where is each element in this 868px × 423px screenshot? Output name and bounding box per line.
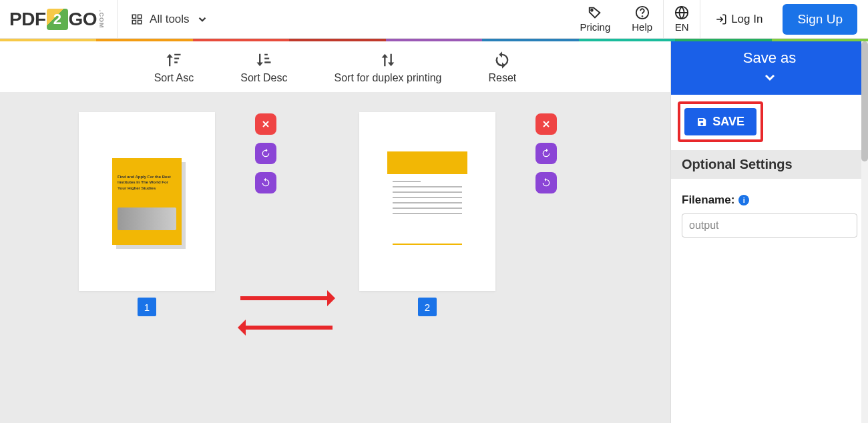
page-number-2: 2 [418, 298, 437, 316]
help-link[interactable]: Help [621, 0, 663, 39]
save-highlight-annotation: SAVE [678, 101, 763, 142]
save-icon [696, 116, 707, 128]
scrollbar[interactable] [861, 41, 868, 423]
rotate-ccw-icon [541, 177, 552, 188]
sort-asc-button[interactable]: Sort Asc [154, 51, 194, 84]
help-icon [635, 5, 650, 20]
login-link[interactable]: Log In [700, 13, 777, 26]
logo-dotcom: .COM [98, 10, 105, 29]
sort-asc-icon [164, 51, 183, 69]
sort-desc-icon [254, 51, 273, 69]
signup-button[interactable]: Sign Up [783, 4, 857, 35]
chevron-down-icon [196, 13, 208, 25]
rotate-ccw-icon [260, 177, 271, 188]
delete-page-2-button[interactable] [535, 113, 557, 135]
save-button[interactable]: SAVE [684, 108, 756, 135]
rotate-ccw-page-2-button[interactable] [535, 172, 557, 193]
rotate-cw-page-2-button[interactable] [535, 143, 557, 164]
rotate-cw-icon [541, 148, 552, 159]
svg-rect-0 [132, 15, 136, 18]
swap-arrows-annotation [240, 296, 333, 330]
sort-duplex-button[interactable]: Sort for duplex printing [335, 51, 442, 84]
pricing-link[interactable]: Pricing [569, 0, 621, 39]
logo-two-icon: 2 [47, 9, 68, 30]
rotate-cw-page-1-button[interactable] [255, 143, 276, 164]
close-icon [260, 119, 271, 129]
delete-page-1-button[interactable] [255, 113, 276, 135]
sort-desc-button[interactable]: Sort Desc [240, 51, 287, 84]
rotate-cw-icon [260, 148, 271, 159]
reset-button[interactable]: Reset [489, 51, 517, 84]
chevron-down-icon [762, 69, 778, 85]
reset-icon [493, 51, 511, 69]
svg-point-6 [642, 16, 642, 17]
page-2-preview [387, 151, 467, 252]
rotate-ccw-page-1-button[interactable] [255, 172, 276, 193]
close-icon [541, 119, 552, 129]
svg-rect-1 [138, 15, 142, 18]
filename-input[interactable] [682, 214, 857, 238]
optional-settings-heading: Optional Settings [671, 150, 868, 179]
tag-icon [588, 5, 602, 20]
page-number-1: 1 [138, 298, 156, 316]
grid-icon [131, 13, 143, 25]
duplex-icon [379, 51, 397, 69]
logo-pdf: PDF [9, 9, 46, 30]
logo-go: GO [69, 9, 97, 30]
page-thumbnail-1[interactable]: Find and Apply For the Best Institutes I… [79, 112, 215, 291]
login-icon [715, 13, 727, 25]
all-tools-dropdown[interactable]: All tools [118, 13, 222, 26]
info-icon[interactable]: i [738, 195, 749, 205]
page-thumbnail-2[interactable] [359, 112, 495, 291]
logo[interactable]: PDF 2 GO .COM [0, 9, 117, 30]
filename-label: Filename: i [682, 193, 857, 207]
page-1-preview: Find and Apply For the Best Institutes I… [112, 158, 182, 245]
svg-rect-2 [132, 20, 136, 23]
svg-rect-3 [138, 20, 142, 23]
save-as-dropdown[interactable]: Save as [671, 41, 868, 95]
language-selector[interactable]: EN [664, 0, 700, 39]
all-tools-label: All tools [150, 13, 190, 26]
globe-icon [674, 5, 689, 20]
svg-point-4 [591, 9, 593, 11]
